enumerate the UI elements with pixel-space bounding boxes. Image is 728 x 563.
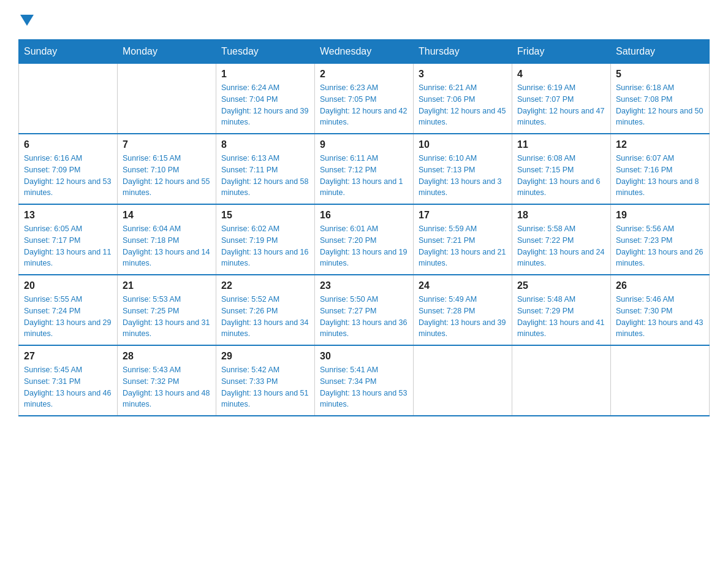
day-number: 25 [517, 280, 605, 291]
day-number: 9 [320, 139, 408, 150]
calendar-cell: 28Sunrise: 5:43 AMSunset: 7:32 PMDayligh… [118, 345, 216, 416]
calendar-cell: 12Sunrise: 6:07 AMSunset: 7:16 PMDayligh… [611, 134, 710, 204]
calendar-cell: 7Sunrise: 6:15 AMSunset: 7:10 PMDaylight… [118, 134, 216, 204]
svg-marker-0 [20, 15, 34, 26]
day-number: 10 [419, 139, 507, 150]
weekday-header-tuesday: Tuesday [216, 40, 315, 64]
weekday-header-wednesday: Wednesday [315, 40, 414, 64]
day-number: 27 [24, 351, 112, 362]
calendar-cell: 30Sunrise: 5:41 AMSunset: 7:34 PMDayligh… [315, 345, 414, 416]
day-number: 8 [221, 139, 309, 150]
day-number: 23 [320, 280, 408, 291]
day-info: Sunrise: 6:08 AMSunset: 7:15 PMDaylight:… [517, 153, 605, 199]
calendar-cell: 27Sunrise: 5:45 AMSunset: 7:31 PMDayligh… [19, 345, 118, 416]
day-number: 29 [221, 351, 309, 362]
day-number: 4 [517, 69, 605, 80]
day-info: Sunrise: 6:11 AMSunset: 7:12 PMDaylight:… [320, 153, 408, 199]
day-number: 24 [419, 280, 507, 291]
day-info: Sunrise: 5:48 AMSunset: 7:29 PMDaylight:… [517, 294, 605, 340]
calendar-cell: 2Sunrise: 6:23 AMSunset: 7:05 PMDaylight… [315, 64, 414, 134]
calendar-cell: 11Sunrise: 6:08 AMSunset: 7:15 PMDayligh… [512, 134, 611, 204]
day-info: Sunrise: 6:02 AMSunset: 7:19 PMDaylight:… [221, 223, 309, 269]
day-info: Sunrise: 6:16 AMSunset: 7:09 PMDaylight:… [24, 153, 112, 199]
calendar-cell: 26Sunrise: 5:46 AMSunset: 7:30 PMDayligh… [611, 275, 710, 345]
day-number: 26 [616, 280, 704, 291]
day-info: Sunrise: 6:19 AMSunset: 7:07 PMDaylight:… [517, 82, 605, 128]
calendar-cell: 13Sunrise: 6:05 AMSunset: 7:17 PMDayligh… [19, 204, 118, 275]
day-info: Sunrise: 6:04 AMSunset: 7:18 PMDaylight:… [123, 223, 211, 269]
day-info: Sunrise: 6:10 AMSunset: 7:13 PMDaylight:… [419, 153, 507, 199]
calendar-cell: 8Sunrise: 6:13 AMSunset: 7:11 PMDaylight… [216, 134, 315, 204]
day-number: 12 [616, 139, 704, 150]
day-number: 22 [221, 280, 309, 291]
day-info: Sunrise: 5:46 AMSunset: 7:30 PMDaylight:… [616, 294, 704, 340]
day-info: Sunrise: 5:49 AMSunset: 7:28 PMDaylight:… [419, 294, 507, 340]
day-info: Sunrise: 5:52 AMSunset: 7:26 PMDaylight:… [221, 294, 309, 340]
day-number: 20 [24, 280, 112, 291]
calendar-cell [611, 345, 710, 416]
day-number: 17 [419, 210, 507, 221]
calendar-cell: 25Sunrise: 5:48 AMSunset: 7:29 PMDayligh… [512, 275, 611, 345]
calendar-cell: 16Sunrise: 6:01 AMSunset: 7:20 PMDayligh… [315, 204, 414, 275]
day-info: Sunrise: 6:24 AMSunset: 7:04 PMDaylight:… [221, 82, 309, 128]
day-info: Sunrise: 6:13 AMSunset: 7:11 PMDaylight:… [221, 153, 309, 199]
day-info: Sunrise: 5:42 AMSunset: 7:33 PMDaylight:… [221, 364, 309, 410]
weekday-header-sunday: Sunday [19, 40, 118, 64]
weekday-header-saturday: Saturday [611, 40, 710, 64]
calendar-cell: 24Sunrise: 5:49 AMSunset: 7:28 PMDayligh… [414, 275, 512, 345]
calendar-header-row: SundayMondayTuesdayWednesdayThursdayFrid… [19, 40, 710, 64]
day-info: Sunrise: 6:23 AMSunset: 7:05 PMDaylight:… [320, 82, 408, 128]
day-info: Sunrise: 5:45 AMSunset: 7:31 PMDaylight:… [24, 364, 112, 410]
calendar-cell: 15Sunrise: 6:02 AMSunset: 7:19 PMDayligh… [216, 204, 315, 275]
day-info: Sunrise: 5:43 AMSunset: 7:32 PMDaylight:… [123, 364, 211, 410]
day-info: Sunrise: 6:01 AMSunset: 7:20 PMDaylight:… [320, 223, 408, 269]
day-number: 1 [221, 69, 309, 80]
weekday-header-monday: Monday [118, 40, 216, 64]
day-number: 28 [123, 351, 211, 362]
day-number: 30 [320, 351, 408, 362]
day-number: 11 [517, 139, 605, 150]
day-number: 18 [517, 210, 605, 221]
calendar-cell: 10Sunrise: 6:10 AMSunset: 7:13 PMDayligh… [414, 134, 512, 204]
calendar-cell: 4Sunrise: 6:19 AMSunset: 7:07 PMDaylight… [512, 64, 611, 134]
day-info: Sunrise: 6:18 AMSunset: 7:08 PMDaylight:… [616, 82, 704, 128]
calendar-cell: 3Sunrise: 6:21 AMSunset: 7:06 PMDaylight… [414, 64, 512, 134]
calendar-week-row: 1Sunrise: 6:24 AMSunset: 7:04 PMDaylight… [19, 64, 710, 134]
logo-triangle-icon [20, 15, 34, 28]
day-number: 19 [616, 210, 704, 221]
calendar-week-row: 27Sunrise: 5:45 AMSunset: 7:31 PMDayligh… [19, 345, 710, 416]
day-info: Sunrise: 6:07 AMSunset: 7:16 PMDaylight:… [616, 153, 704, 199]
calendar-cell: 9Sunrise: 6:11 AMSunset: 7:12 PMDaylight… [315, 134, 414, 204]
weekday-header-friday: Friday [512, 40, 611, 64]
calendar-table: SundayMondayTuesdayWednesdayThursdayFrid… [18, 39, 710, 416]
calendar-cell: 19Sunrise: 5:56 AMSunset: 7:23 PMDayligh… [611, 204, 710, 275]
day-number: 3 [419, 69, 507, 80]
day-info: Sunrise: 5:59 AMSunset: 7:21 PMDaylight:… [419, 223, 507, 269]
day-info: Sunrise: 5:41 AMSunset: 7:34 PMDaylight:… [320, 364, 408, 410]
calendar-week-row: 6Sunrise: 6:16 AMSunset: 7:09 PMDaylight… [19, 134, 710, 204]
day-number: 13 [24, 210, 112, 221]
day-info: Sunrise: 5:56 AMSunset: 7:23 PMDaylight:… [616, 223, 704, 269]
day-info: Sunrise: 5:55 AMSunset: 7:24 PMDaylight:… [24, 294, 112, 340]
calendar-cell: 5Sunrise: 6:18 AMSunset: 7:08 PMDaylight… [611, 64, 710, 134]
calendar-cell: 17Sunrise: 5:59 AMSunset: 7:21 PMDayligh… [414, 204, 512, 275]
calendar-cell: 6Sunrise: 6:16 AMSunset: 7:09 PMDaylight… [19, 134, 118, 204]
day-info: Sunrise: 6:05 AMSunset: 7:17 PMDaylight:… [24, 223, 112, 269]
calendar-cell [118, 64, 216, 134]
day-info: Sunrise: 6:21 AMSunset: 7:06 PMDaylight:… [419, 82, 507, 128]
calendar-cell: 21Sunrise: 5:53 AMSunset: 7:25 PMDayligh… [118, 275, 216, 345]
day-number: 15 [221, 210, 309, 221]
calendar-week-row: 20Sunrise: 5:55 AMSunset: 7:24 PMDayligh… [19, 275, 710, 345]
calendar-cell: 23Sunrise: 5:50 AMSunset: 7:27 PMDayligh… [315, 275, 414, 345]
day-number: 21 [123, 280, 211, 291]
calendar-cell: 20Sunrise: 5:55 AMSunset: 7:24 PMDayligh… [19, 275, 118, 345]
day-number: 6 [24, 139, 112, 150]
day-info: Sunrise: 5:58 AMSunset: 7:22 PMDaylight:… [517, 223, 605, 269]
weekday-header-thursday: Thursday [414, 40, 512, 64]
day-info: Sunrise: 5:53 AMSunset: 7:25 PMDaylight:… [123, 294, 211, 340]
day-info: Sunrise: 5:50 AMSunset: 7:27 PMDaylight:… [320, 294, 408, 340]
calendar-cell: 18Sunrise: 5:58 AMSunset: 7:22 PMDayligh… [512, 204, 611, 275]
day-number: 14 [123, 210, 211, 221]
page-header [18, 12, 710, 28]
calendar-cell [19, 64, 118, 134]
